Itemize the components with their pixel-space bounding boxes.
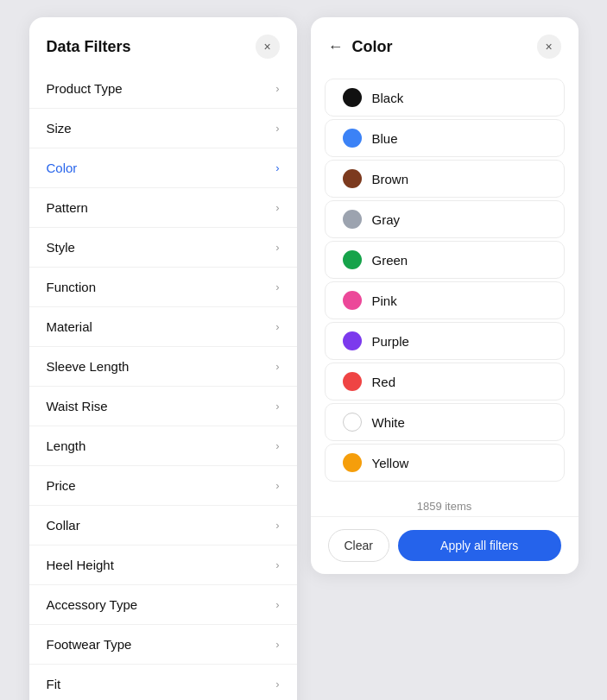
color-item[interactable]: Black bbox=[325, 79, 565, 117]
chevron-right-icon: › bbox=[275, 201, 279, 214]
chevron-right-icon: › bbox=[275, 161, 279, 174]
color-label: Red bbox=[372, 375, 396, 389]
color-item[interactable]: White bbox=[325, 403, 565, 441]
right-panel-items-count: 1859 items bbox=[311, 491, 579, 516]
chevron-right-icon: › bbox=[275, 678, 279, 691]
clear-button[interactable]: Clear bbox=[328, 529, 389, 562]
color-item[interactable]: Purple bbox=[325, 322, 565, 360]
color-dot-icon bbox=[343, 331, 362, 350]
chevron-right-icon: › bbox=[275, 122, 279, 135]
chevron-right-icon: › bbox=[275, 479, 279, 492]
filter-item-label: Function bbox=[47, 280, 97, 294]
color-dot-icon bbox=[343, 453, 362, 472]
color-label: Green bbox=[372, 253, 408, 268]
filter-item[interactable]: Collar › bbox=[29, 506, 297, 545]
filter-item-label: Waist Rise bbox=[47, 399, 108, 413]
color-dot-icon bbox=[343, 169, 362, 188]
data-filters-panel: Data Filters × Product Type › Size › Col… bbox=[29, 17, 297, 700]
filter-item-label: Heel Height bbox=[47, 558, 114, 572]
right-panel-footer: Clear Apply all filters bbox=[311, 516, 579, 574]
chevron-right-icon: › bbox=[275, 360, 279, 373]
chevron-right-icon: › bbox=[275, 558, 279, 571]
color-dot-icon bbox=[343, 413, 362, 432]
color-dot-icon bbox=[343, 88, 362, 107]
color-item[interactable]: Blue bbox=[325, 119, 565, 157]
color-item[interactable]: Gray bbox=[325, 200, 565, 238]
color-label: Purple bbox=[372, 334, 409, 349]
filter-item-label: Collar bbox=[47, 518, 80, 533]
right-panel-title: Color bbox=[352, 38, 393, 56]
filter-item[interactable]: Style › bbox=[29, 228, 297, 268]
filter-item-label: Style bbox=[47, 240, 75, 255]
back-button[interactable]: ← bbox=[328, 38, 344, 56]
color-label: Pink bbox=[372, 293, 397, 308]
left-panel-title: Data Filters bbox=[47, 38, 131, 56]
color-list: Black Blue Brown Gray Green Pink Purple … bbox=[311, 69, 579, 491]
color-dot-icon bbox=[343, 291, 362, 310]
color-item[interactable]: Red bbox=[325, 363, 565, 400]
color-dot-icon bbox=[343, 250, 362, 269]
right-panel-header: ← Color × bbox=[311, 17, 579, 69]
filter-item[interactable]: Footwear Type › bbox=[29, 625, 297, 665]
color-label: Black bbox=[372, 91, 404, 105]
chevron-right-icon: › bbox=[275, 241, 279, 254]
chevron-right-icon: › bbox=[275, 598, 279, 611]
color-label: Blue bbox=[372, 131, 398, 146]
filter-item-label: Footwear Type bbox=[47, 637, 132, 652]
filter-item-label: Size bbox=[47, 121, 72, 136]
right-panel-header-left: ← Color bbox=[328, 38, 393, 56]
filter-item-label: Price bbox=[47, 478, 76, 493]
filter-item[interactable]: Product Type › bbox=[29, 69, 297, 109]
chevron-right-icon: › bbox=[275, 281, 279, 293]
right-apply-button[interactable]: Apply all filters bbox=[398, 530, 561, 561]
filter-item[interactable]: Waist Rise › bbox=[29, 387, 297, 426]
left-panel-header: Data Filters × bbox=[29, 17, 297, 69]
filter-item[interactable]: Size › bbox=[29, 109, 297, 148]
filter-item[interactable]: Length › bbox=[29, 426, 297, 466]
filter-item-label: Length bbox=[47, 438, 86, 453]
filter-item[interactable]: Sleeve Length › bbox=[29, 347, 297, 387]
chevron-right-icon: › bbox=[275, 439, 279, 452]
panels-container: Data Filters × Product Type › Size › Col… bbox=[29, 17, 579, 700]
filter-item-label: Accessory Type bbox=[47, 597, 138, 612]
filter-item[interactable]: Color › bbox=[29, 148, 297, 188]
color-item[interactable]: Yellow bbox=[325, 444, 565, 482]
filter-item[interactable]: Function › bbox=[29, 268, 297, 307]
color-label: Brown bbox=[372, 172, 409, 186]
filter-item[interactable]: Material › bbox=[29, 307, 297, 347]
chevron-right-icon: › bbox=[275, 638, 279, 651]
color-label: Gray bbox=[372, 212, 401, 227]
color-panel: ← Color × Black Blue Brown Gray Green Pi… bbox=[311, 17, 579, 574]
filter-item-label: Product Type bbox=[47, 81, 123, 96]
chevron-right-icon: › bbox=[275, 400, 279, 413]
color-item[interactable]: Pink bbox=[325, 281, 565, 319]
filter-item[interactable]: Price › bbox=[29, 466, 297, 506]
filter-item-label: Pattern bbox=[47, 200, 88, 215]
left-panel-close-button[interactable]: × bbox=[256, 35, 280, 59]
chevron-right-icon: › bbox=[275, 320, 279, 333]
filter-item-label: Sleeve Length bbox=[47, 359, 130, 374]
filter-item[interactable]: Heel Height › bbox=[29, 545, 297, 585]
filter-list: Product Type › Size › Color › Pattern › … bbox=[29, 69, 297, 700]
color-item[interactable]: Brown bbox=[325, 160, 565, 198]
filter-item-label: Material bbox=[47, 319, 92, 334]
color-label: White bbox=[372, 415, 405, 430]
color-label: Yellow bbox=[372, 456, 409, 470]
right-panel-footer-wrapper: 1859 items Clear Apply all filters bbox=[311, 491, 579, 574]
chevron-right-icon: › bbox=[275, 82, 279, 95]
color-item[interactable]: Green bbox=[325, 241, 565, 279]
color-dot-icon bbox=[343, 372, 362, 391]
filter-item-label: Fit bbox=[47, 677, 61, 691]
color-dot-icon bbox=[343, 129, 362, 148]
filter-item-label: Color bbox=[47, 161, 78, 175]
right-panel-close-button[interactable]: × bbox=[537, 35, 561, 59]
filter-item[interactable]: Accessory Type › bbox=[29, 585, 297, 625]
filter-item[interactable]: Pattern › bbox=[29, 188, 297, 228]
filter-item[interactable]: Fit › bbox=[29, 665, 297, 700]
chevron-right-icon: › bbox=[275, 519, 279, 532]
color-dot-icon bbox=[343, 210, 362, 229]
